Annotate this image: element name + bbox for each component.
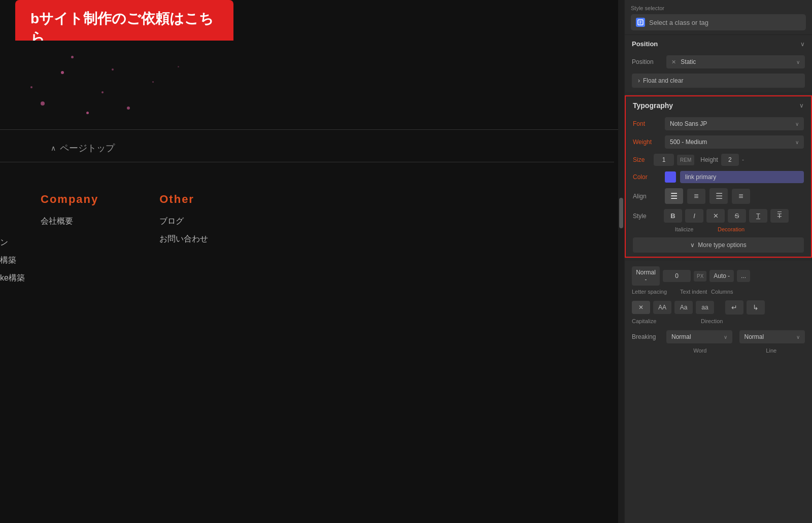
font-value: Noto Sans JP — [670, 120, 707, 127]
selector-icon — [636, 18, 645, 27]
weight-label: Weight — [633, 138, 661, 146]
weight-select[interactable]: 500 - Medium ∨ — [665, 135, 804, 149]
footer-col-company: Company 会社概要 — [41, 193, 98, 252]
right-panel: Style selector Select a class or tag Pos… — [624, 0, 812, 523]
position-section: Position ∨ Position ✕ Static ∨ › Float a… — [625, 35, 812, 93]
footer-other-item-2: お問い合わせ — [159, 234, 208, 245]
font-label: Font — [633, 120, 661, 127]
page-top-arrow: ∧ — [51, 144, 56, 152]
columns-more-btn[interactable]: ... — [737, 270, 750, 282]
footer-col-other: Other ブログ お問い合わせ — [159, 193, 208, 252]
dir-rtl-icon: ↳ — [753, 303, 759, 311]
font-dropdown-icon: ∨ — [795, 121, 799, 127]
left-text-item-1: ン — [0, 233, 25, 251]
position-chevron: ∨ — [800, 41, 805, 48]
more-type-expanded: Normal - 0 PX Auto - ... Letter spacing … — [625, 260, 812, 361]
cap-a-val: Aa — [680, 304, 688, 311]
float-clear-label: Float and clear — [643, 77, 683, 84]
italicize-label: Italicize — [664, 226, 704, 232]
breaking-line-select[interactable]: Normal ∨ — [739, 330, 805, 343]
align-center-btn[interactable]: ≡ — [687, 189, 705, 204]
columns-label: Columns — [711, 289, 739, 295]
scrollbar-thumb[interactable] — [619, 198, 623, 228]
style-selector-placeholder: Select a class or tag — [649, 19, 708, 26]
cap-upper-btn[interactable]: AA — [653, 301, 671, 314]
dir-rtl-btn[interactable]: ↳ — [747, 300, 765, 315]
style-label: Style — [633, 213, 661, 220]
align-left-btn[interactable]: ☰ — [665, 188, 683, 204]
breaking-word-chevron: ∨ — [724, 334, 727, 340]
spacing-labels-row: Letter spacing Text indent Columns — [625, 288, 812, 298]
breaking-line-chevron: ∨ — [796, 334, 800, 340]
breaking-word-label: Word — [666, 347, 734, 354]
text-indent-label: Text indent — [680, 289, 708, 295]
dir-ltr-btn[interactable]: ↵ — [725, 300, 743, 315]
columns-more-val: ... — [741, 272, 746, 280]
color-label: Color — [633, 173, 661, 181]
letter-spacing-num[interactable]: 0 — [663, 270, 691, 282]
size-label: Size — [633, 156, 651, 163]
capitalize-label: Capitalize — [632, 318, 698, 324]
breaking-line-value: Normal — [745, 333, 764, 340]
footer-content: Company 会社概要 Other ブログ お問い合わせ — [41, 193, 208, 252]
left-text: ン 構築 ke構築 — [0, 233, 25, 287]
page-top-section[interactable]: ∧ ページトップ — [0, 134, 614, 162]
breaking-word-select[interactable]: Normal ∨ — [666, 330, 732, 343]
height-input[interactable]: 2 — [721, 154, 739, 166]
cap-lc-val: aa — [701, 304, 708, 311]
float-clear-btn[interactable]: › Float and clear — [632, 74, 805, 88]
cap-none-btn[interactable]: ✕ — [632, 301, 650, 314]
canvas-area: bサイト制作のご依頼はこちら ∧ ページトップ ン 構築 ke構築 Compan… — [0, 0, 624, 523]
position-dropdown-icon: ∨ — [796, 59, 800, 65]
size-input[interactable]: 1 — [654, 154, 674, 166]
cap-x-icon: ✕ — [638, 304, 644, 311]
typography-header[interactable]: Typography ∨ — [626, 96, 811, 115]
typography-chevron: ∨ — [799, 102, 804, 109]
position-label: Position — [632, 58, 662, 65]
cap-title-btn[interactable]: Aa — [674, 301, 693, 314]
dir-ltr-icon: ↵ — [731, 303, 737, 311]
position-x-icon: ✕ — [671, 59, 676, 65]
height-dash: - — [742, 156, 744, 163]
capitalize-row: ✕ AA Aa aa ↵ ↳ — [625, 298, 812, 317]
particles-area — [0, 41, 457, 132]
letter-spacing-unit: PX — [694, 271, 706, 282]
style-selector-input[interactable]: Select a class or tag — [631, 14, 806, 30]
overline-btn[interactable]: T̶ — [770, 209, 789, 223]
typography-section: Typography ∨ Font Noto Sans JP ∨ Weight … — [625, 95, 812, 258]
position-select[interactable]: ✕ Static ∨ — [666, 55, 805, 68]
color-value[interactable]: link primary — [680, 171, 804, 183]
more-type-chevron: ∨ — [690, 241, 695, 249]
more-type-options-btn[interactable]: ∨ More type options — [633, 237, 804, 253]
footer-company-item-1: 会社概要 — [41, 216, 98, 227]
italic-btn[interactable]: I — [685, 209, 703, 223]
position-header[interactable]: Position ∨ — [625, 35, 812, 53]
strikethrough-btn[interactable]: S — [728, 209, 746, 223]
cap-lower-btn[interactable]: aa — [696, 301, 714, 314]
letter-spacing-select[interactable]: Normal - — [632, 266, 660, 286]
scrollbar-track — [618, 0, 624, 523]
style-row: Style B I ✕ S T T̶ — [626, 206, 811, 225]
position-value: Static — [681, 58, 696, 65]
no-style-btn[interactable]: ✕ — [706, 209, 725, 223]
text-indent-value: Auto — [714, 272, 726, 280]
letter-spacing-label: Letter spacing — [632, 289, 667, 295]
underline-btn[interactable]: T — [749, 209, 767, 223]
style-selector-section: Style selector Select a class or tag — [625, 0, 812, 35]
breaking-label: Breaking — [632, 333, 662, 340]
text-indent-select[interactable]: Auto - — [709, 270, 734, 282]
breaking-labels-row: Word Line — [625, 346, 812, 357]
weight-value: 500 - Medium — [670, 138, 707, 146]
font-select[interactable]: Noto Sans JP ∨ — [665, 117, 804, 130]
color-row: Color link primary — [626, 168, 811, 186]
bold-btn[interactable]: B — [664, 209, 682, 223]
align-justify-btn[interactable]: ≡ — [732, 189, 750, 204]
breaking-line-label: Line — [738, 347, 805, 354]
left-text-item-2: 構築 — [0, 251, 25, 269]
footer-company-title: Company — [41, 193, 98, 206]
color-preview[interactable] — [665, 171, 676, 183]
font-row: Font Noto Sans JP ∨ — [626, 115, 811, 133]
position-title: Position — [632, 40, 658, 48]
align-right-btn[interactable]: ☰ — [709, 188, 728, 204]
spacing-values-row: Normal - 0 PX Auto - ... — [625, 264, 812, 288]
